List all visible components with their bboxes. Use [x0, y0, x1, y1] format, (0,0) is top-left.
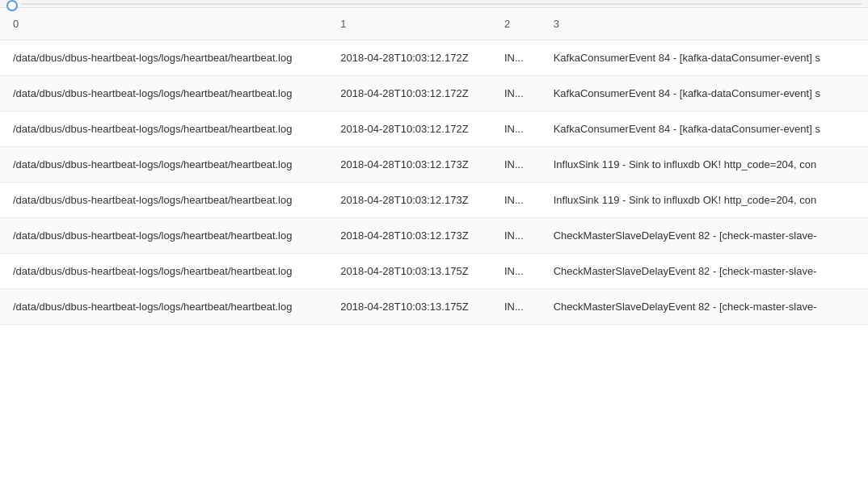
cell-row1-col2: IN...: [491, 76, 541, 112]
cell-row6-col1: 2018-04-28T10:03:13.175Z: [327, 254, 491, 289]
table-row[interactable]: /data/dbus/dbus-heartbeat-logs/logs/hear…: [0, 112, 868, 147]
cell-row7-col3: CheckMasterSlaveDelayEvent 82 - [check-m…: [541, 289, 868, 325]
top-bar: [0, 0, 868, 8]
table-header: 0 1 2 3: [0, 8, 868, 40]
cell-row6-col2: IN...: [491, 254, 541, 289]
cell-row3-col3: InfluxSink 119 - Sink to influxdb OK! ht…: [541, 147, 868, 183]
cell-row5-col2: IN...: [491, 218, 541, 254]
cell-row4-col0: /data/dbus/dbus-heartbeat-logs/logs/hear…: [0, 183, 327, 218]
cell-row1-col3: KafkaConsumerEvent 84 - [kafka-dataConsu…: [541, 76, 868, 112]
table-body: /data/dbus/dbus-heartbeat-logs/logs/hear…: [0, 40, 868, 325]
cell-row1-col0: /data/dbus/dbus-heartbeat-logs/logs/hear…: [0, 76, 327, 112]
cell-row4-col3: InfluxSink 119 - Sink to influxdb OK! ht…: [541, 183, 868, 218]
cell-row0-col1: 2018-04-28T10:03:12.172Z: [327, 40, 491, 76]
progress-dot: [6, 0, 18, 11]
cell-row4-col1: 2018-04-28T10:03:12.173Z: [327, 183, 491, 218]
table-row[interactable]: /data/dbus/dbus-heartbeat-logs/logs/hear…: [0, 218, 868, 254]
table-row[interactable]: /data/dbus/dbus-heartbeat-logs/logs/hear…: [0, 40, 868, 76]
cell-row2-col1: 2018-04-28T10:03:12.172Z: [327, 112, 491, 147]
table-container: 0 1 2 3 /data/dbus/dbus-heartbeat-logs/l…: [0, 8, 868, 325]
cell-row5-col1: 2018-04-28T10:03:12.173Z: [327, 218, 491, 254]
table-row[interactable]: /data/dbus/dbus-heartbeat-logs/logs/hear…: [0, 76, 868, 112]
table-row[interactable]: /data/dbus/dbus-heartbeat-logs/logs/hear…: [0, 289, 868, 325]
cell-row7-col1: 2018-04-28T10:03:13.175Z: [327, 289, 491, 325]
cell-row6-col0: /data/dbus/dbus-heartbeat-logs/logs/hear…: [0, 254, 327, 289]
header-col-0: 0: [0, 8, 327, 40]
table-row[interactable]: /data/dbus/dbus-heartbeat-logs/logs/hear…: [0, 254, 868, 289]
cell-row1-col1: 2018-04-28T10:03:12.172Z: [327, 76, 491, 112]
cell-row6-col3: CheckMasterSlaveDelayEvent 82 - [check-m…: [541, 254, 868, 289]
cell-row7-col0: /data/dbus/dbus-heartbeat-logs/logs/hear…: [0, 289, 327, 325]
table-row[interactable]: /data/dbus/dbus-heartbeat-logs/logs/hear…: [0, 183, 868, 218]
cell-row3-col2: IN...: [491, 147, 541, 183]
cell-row5-col0: /data/dbus/dbus-heartbeat-logs/logs/hear…: [0, 218, 327, 254]
cell-row0-col2: IN...: [491, 40, 541, 76]
cell-row7-col2: IN...: [491, 289, 541, 325]
header-col-2: 2: [491, 8, 541, 40]
cell-row4-col2: IN...: [491, 183, 541, 218]
header-col-1: 1: [327, 8, 491, 40]
data-table: 0 1 2 3 /data/dbus/dbus-heartbeat-logs/l…: [0, 8, 868, 325]
cell-row0-col3: KafkaConsumerEvent 84 - [kafka-dataConsu…: [541, 40, 868, 76]
cell-row3-col0: /data/dbus/dbus-heartbeat-logs/logs/hear…: [0, 147, 327, 183]
cell-row3-col1: 2018-04-28T10:03:12.173Z: [327, 147, 491, 183]
cell-row0-col0: /data/dbus/dbus-heartbeat-logs/logs/hear…: [0, 40, 327, 76]
table-row[interactable]: /data/dbus/dbus-heartbeat-logs/logs/hear…: [0, 147, 868, 183]
cell-row2-col0: /data/dbus/dbus-heartbeat-logs/logs/hear…: [0, 112, 327, 147]
cell-row5-col3: CheckMasterSlaveDelayEvent 82 - [check-m…: [541, 218, 868, 254]
header-col-3: 3: [541, 8, 868, 40]
cell-row2-col3: KafkaConsumerEvent 84 - [kafka-dataConsu…: [541, 112, 868, 147]
cell-row2-col2: IN...: [491, 112, 541, 147]
header-row: 0 1 2 3: [0, 8, 868, 40]
progress-line: [21, 3, 862, 5]
